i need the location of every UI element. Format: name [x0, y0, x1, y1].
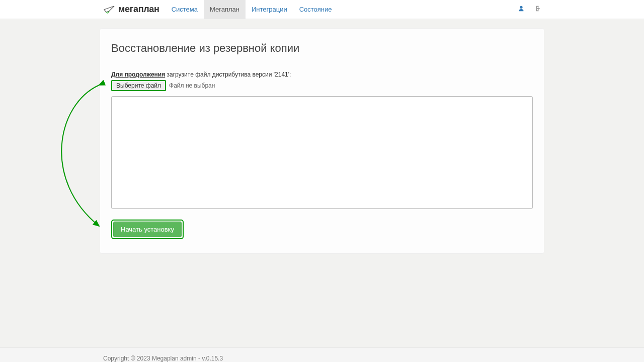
nav-item-integrations[interactable]: Интеграции [246, 0, 293, 19]
nav-item-system[interactable]: Система [166, 0, 204, 19]
main-panel: Восстановление из резервной копии Для пр… [100, 28, 544, 254]
logo[interactable]: мегаплан [103, 0, 166, 19]
page-title: Восстановление из резервной копии [111, 42, 533, 55]
logout-icon[interactable] [534, 5, 541, 14]
top-navbar: мегаплан Система Мегаплан Интеграции Сос… [0, 0, 644, 19]
nav-item-status[interactable]: Состояние [293, 0, 338, 19]
annotation-arrow [47, 79, 117, 235]
choose-file-button[interactable]: Выберите файл [111, 80, 166, 91]
nav-item-megaplan[interactable]: Мегаплан [204, 0, 246, 19]
footer-text: Copyright © 2023 Megaplan admin - v.0.15… [103, 355, 541, 362]
log-textarea[interactable] [111, 96, 533, 209]
instruction-text: Для продолжения загрузите файл дистрибут… [111, 71, 533, 78]
file-status-text: Файл не выбран [169, 82, 215, 89]
user-icon[interactable] [518, 5, 525, 14]
logo-text: мегаплан [118, 4, 159, 15]
paper-plane-icon [103, 5, 117, 15]
start-install-button[interactable]: Начать установку [113, 222, 182, 237]
footer: Copyright © 2023 Megaplan admin - v.0.15… [0, 347, 644, 362]
